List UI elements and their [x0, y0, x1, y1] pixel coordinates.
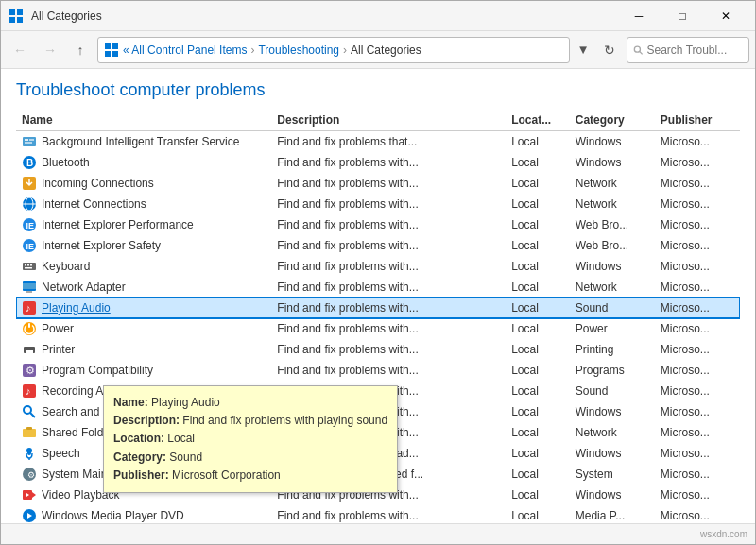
- up-button[interactable]: ↑: [67, 37, 94, 63]
- search-box[interactable]: [627, 37, 749, 63]
- col-header-name[interactable]: Name: [16, 110, 271, 131]
- page-title: Troubleshoot computer problems: [16, 80, 740, 100]
- search-input[interactable]: [647, 43, 744, 57]
- cell-desc: Find and fix problems with...: [271, 277, 506, 298]
- svg-rect-5: [112, 43, 118, 49]
- cell-pub: Microso...: [655, 505, 740, 523]
- row-icon: IE: [22, 238, 37, 253]
- cell-pub: Microso...: [655, 464, 740, 485]
- svg-text:B: B: [26, 158, 33, 168]
- address-part-2: Troubleshooting: [258, 43, 339, 57]
- cell-name: Printer: [16, 339, 271, 360]
- cell-desc: Find and fix problems with...: [271, 298, 506, 318]
- cell-pub: Microso...: [655, 194, 740, 214]
- cell-name: Keyboard: [16, 256, 271, 277]
- table-row[interactable]: Printer Find and fix problems with... Lo…: [16, 339, 740, 360]
- address-bar[interactable]: « All Control Panel Items › Troubleshoot…: [97, 37, 570, 63]
- search-icon: [633, 44, 644, 56]
- row-icon: [22, 134, 37, 149]
- col-header-pub[interactable]: Publisher: [655, 110, 740, 131]
- row-icon: [22, 280, 37, 295]
- svg-text:IE: IE: [26, 221, 35, 230]
- cell-cat: Windows: [570, 256, 655, 277]
- address-icon: [104, 43, 119, 58]
- row-name-text: Power: [42, 322, 74, 335]
- table-header-row: Name Description Locat... Category Publi…: [16, 110, 740, 131]
- back-button[interactable]: ←: [7, 37, 33, 63]
- svg-rect-37: [26, 350, 33, 354]
- cell-loc: Local: [506, 318, 570, 339]
- cell-pub: Microso...: [655, 360, 740, 381]
- cell-loc: Local: [506, 464, 570, 485]
- table-row[interactable]: ⚙ Program Compatibility Find and fix pro…: [16, 360, 740, 381]
- svg-line-9: [640, 51, 643, 54]
- row-icon: IE: [22, 217, 37, 232]
- watermark: wsxdn.com: [700, 529, 747, 539]
- table-row[interactable]: Internet Connections Find and fix proble…: [16, 194, 740, 214]
- cell-loc: Local: [506, 173, 570, 194]
- row-name-text: Internet Explorer Performance: [42, 218, 194, 231]
- address-sep-1: ›: [250, 43, 254, 57]
- col-header-cat[interactable]: Category: [570, 110, 655, 131]
- cell-pub: Microso...: [655, 318, 740, 339]
- cell-loc: Local: [506, 214, 570, 235]
- minimize-button[interactable]: ─: [617, 1, 661, 31]
- address-dropdown-button[interactable]: ▼: [574, 37, 593, 63]
- col-header-loc[interactable]: Locat...: [506, 110, 570, 131]
- col-header-desc[interactable]: Description: [271, 110, 506, 131]
- svg-rect-13: [25, 142, 32, 144]
- address-part-1: « All Control Panel Items: [123, 43, 247, 57]
- cell-cat: Network: [570, 194, 655, 214]
- table-row[interactable]: Keyboard Find and fix problems with... L…: [16, 256, 740, 277]
- svg-rect-24: [23, 263, 36, 270]
- cell-loc: Local: [506, 152, 570, 173]
- refresh-button[interactable]: ↻: [596, 37, 623, 63]
- cell-cat: Windows: [570, 131, 655, 153]
- cell-cat: Windows: [570, 443, 655, 464]
- svg-point-43: [24, 406, 31, 414]
- cell-loc: Local: [506, 194, 570, 214]
- svg-rect-2: [9, 17, 15, 23]
- maximize-button[interactable]: □: [661, 1, 704, 31]
- cell-cat: Sound: [570, 298, 655, 318]
- table-row[interactable]: Network Adapter Find and fix problems wi…: [16, 277, 740, 298]
- row-name-text: Program Compatibility: [42, 364, 153, 377]
- table-row[interactable]: ♪ Playing Audio Find and fix problems wi…: [16, 298, 740, 318]
- row-name-text: Printer: [42, 343, 75, 356]
- table-row[interactable]: Power Find and fix problems with... Loca…: [16, 318, 740, 339]
- svg-rect-0: [9, 9, 15, 15]
- cell-name: Internet Connections: [16, 194, 271, 214]
- main-window: All Categories ─ □ ✕ ← → ↑ « All Control…: [0, 0, 756, 545]
- table-row[interactable]: Incoming Connections Find and fix proble…: [16, 173, 740, 194]
- cell-desc: Find and fix problems that...: [271, 131, 506, 153]
- cell-name: IE Internet Explorer Performance: [16, 214, 271, 235]
- cell-cat: Media P...: [570, 505, 655, 523]
- cell-cat: System: [570, 464, 655, 485]
- svg-rect-7: [112, 51, 118, 57]
- cell-pub: Microso...: [655, 173, 740, 194]
- row-icon: ⚙: [22, 467, 37, 482]
- cell-cat: Printing: [570, 339, 655, 360]
- row-name-text: Background Intelligent Transfer Service: [42, 135, 239, 148]
- forward-button[interactable]: →: [37, 37, 63, 63]
- svg-rect-28: [25, 267, 32, 269]
- svg-text:♪: ♪: [26, 302, 31, 314]
- svg-rect-30: [26, 291, 32, 293]
- table-row[interactable]: B Bluetooth Find and fix problems with..…: [16, 152, 740, 173]
- cell-pub: Microso...: [655, 443, 740, 464]
- table-row[interactable]: IE Internet Explorer Performance Find an…: [16, 214, 740, 235]
- cell-loc: Local: [506, 339, 570, 360]
- nav-bar: ← → ↑ « All Control Panel Items › Troubl…: [1, 31, 755, 69]
- cell-pub: Microso...: [655, 485, 740, 505]
- table-row[interactable]: IE Internet Explorer Safety Find and fix…: [16, 235, 740, 256]
- svg-text:♪: ♪: [26, 385, 31, 397]
- tooltip: Name: Playing Audio Description: Find an…: [103, 385, 398, 493]
- svg-rect-48: [27, 450, 31, 455]
- cell-loc: Local: [506, 485, 570, 505]
- table-row[interactable]: Background Intelligent Transfer Service …: [16, 131, 740, 153]
- cell-name: B Bluetooth: [16, 152, 271, 173]
- table-row[interactable]: Windows Media Player DVD Find and fix pr…: [16, 505, 740, 523]
- close-button[interactable]: ✕: [704, 1, 747, 31]
- svg-rect-46: [26, 427, 32, 430]
- svg-rect-6: [105, 51, 111, 57]
